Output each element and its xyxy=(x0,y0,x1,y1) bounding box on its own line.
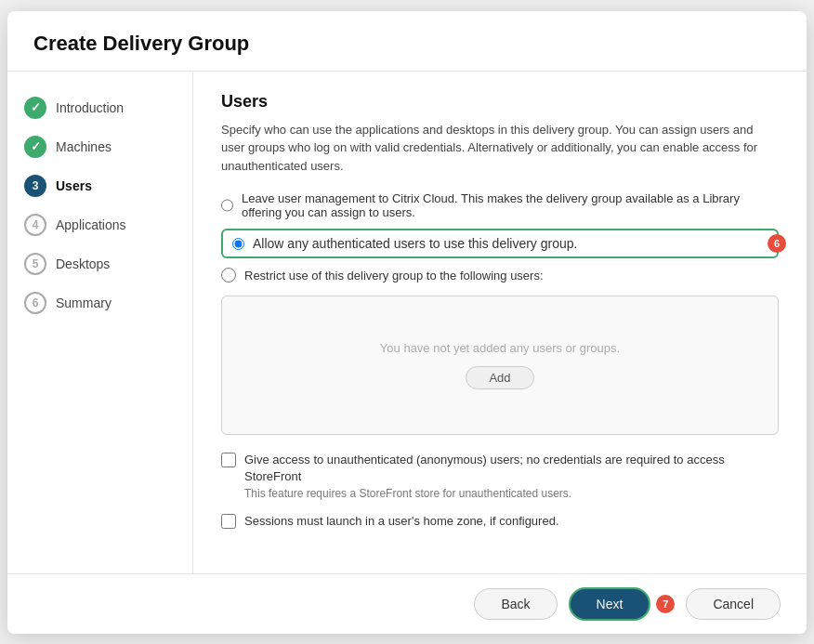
sidebar-item-introduction[interactable]: ✓ Introduction xyxy=(7,88,192,127)
sidebar-label-applications: Applications xyxy=(56,217,126,232)
dialog-title: Create Delivery Group xyxy=(7,11,807,72)
dialog-body: ✓ Introduction ✓ Machines 3 Users xyxy=(7,72,807,573)
sidebar-item-desktops[interactable]: 5 Desktops xyxy=(7,244,192,283)
checkbox-home-zone[interactable] xyxy=(221,514,236,529)
checkbox-unauthenticated[interactable] xyxy=(221,453,236,467)
step-indicator-4: 4 xyxy=(24,214,46,236)
checkbox-group: Give access to unauthenticated (anonymou… xyxy=(221,452,779,531)
section-title: Users xyxy=(221,92,779,112)
back-button[interactable]: Back xyxy=(474,588,557,620)
next-group: Next 7 xyxy=(569,587,676,621)
main-content: Users Specify who can use the applicatio… xyxy=(193,72,807,573)
create-delivery-group-dialog: Create Delivery Group ✓ Introduction ✓ M… xyxy=(7,11,807,634)
radio-group: Leave user management to Citrix Cloud. T… xyxy=(221,191,779,283)
sidebar-item-summary[interactable]: 6 Summary xyxy=(7,283,192,322)
add-button[interactable]: Add xyxy=(466,366,533,389)
sidebar-label-desktops: Desktops xyxy=(56,256,110,271)
radio-authenticated[interactable] xyxy=(232,238,244,250)
radio-label-authenticated: Allow any authenticated users to use thi… xyxy=(253,236,577,251)
users-empty-text: You have not yet added any users or grou… xyxy=(380,341,620,355)
sidebar-item-applications[interactable]: 4 Applications xyxy=(7,205,192,244)
sidebar-label-machines: Machines xyxy=(56,139,112,154)
next-button[interactable]: Next xyxy=(569,587,651,621)
sidebar-label-users: Users xyxy=(56,178,92,193)
radio-option-citrix-cloud[interactable]: Leave user management to Citrix Cloud. T… xyxy=(221,191,779,219)
checkbox-sub-unauthenticated: This feature requires a StoreFront store… xyxy=(244,487,779,500)
radio-label-restrict: Restrict use of this delivery group to t… xyxy=(244,269,544,283)
checkbox-label-unauthenticated: Give access to unauthenticated (anonymou… xyxy=(244,452,779,485)
radio-citrix-cloud[interactable] xyxy=(221,198,233,213)
cancel-button[interactable]: Cancel xyxy=(686,588,781,620)
checkbox-option-unauthenticated[interactable]: Give access to unauthenticated (anonymou… xyxy=(221,452,779,500)
dialog-footer: Back Next 7 Cancel xyxy=(7,573,807,634)
radio-option-restrict[interactable]: Restrict use of this delivery group to t… xyxy=(221,268,779,283)
sidebar: ✓ Introduction ✓ Machines 3 Users xyxy=(7,72,193,573)
checkbox-option-home-zone[interactable]: Sessions must launch in a user's home zo… xyxy=(221,513,779,530)
sidebar-item-users[interactable]: 3 Users xyxy=(7,166,192,205)
step-indicator-3: 3 xyxy=(24,175,46,197)
step-indicator-2: ✓ xyxy=(24,136,46,158)
step-indicator-5: 5 xyxy=(24,253,46,275)
step-indicator-6: 6 xyxy=(24,292,46,314)
badge-7: 7 xyxy=(656,595,675,613)
users-box: You have not yet added any users or grou… xyxy=(221,296,779,435)
sidebar-label-introduction: Introduction xyxy=(56,100,124,115)
radio-option-authenticated[interactable]: Allow any authenticated users to use thi… xyxy=(221,229,779,258)
checkbox-label-home-zone: Sessions must launch in a user's home zo… xyxy=(244,513,559,530)
radio-label-citrix-cloud: Leave user management to Citrix Cloud. T… xyxy=(242,191,779,219)
badge-6: 6 xyxy=(768,234,786,253)
section-desc: Specify who can use the applications and… xyxy=(221,121,779,176)
sidebar-label-summary: Summary xyxy=(56,296,112,310)
radio-restrict[interactable] xyxy=(221,268,236,283)
sidebar-item-machines[interactable]: ✓ Machines xyxy=(7,127,192,166)
step-indicator-1: ✓ xyxy=(24,97,46,119)
